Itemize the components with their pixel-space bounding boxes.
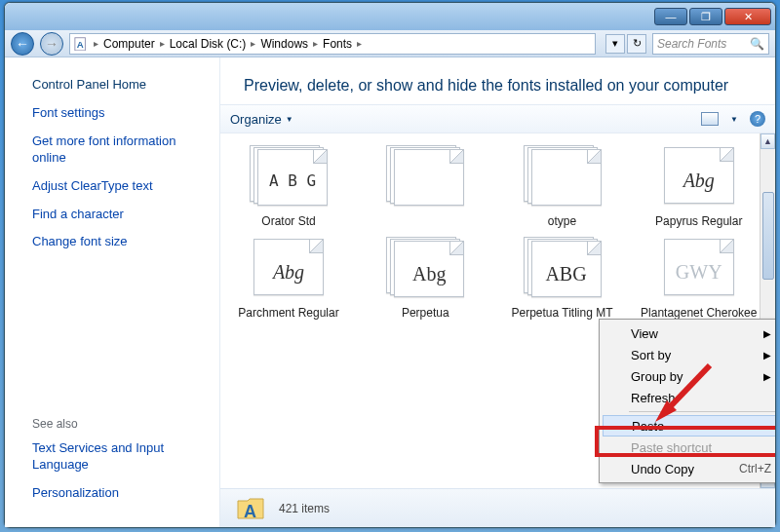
body: Control Panel Home Font settings Get mor… xyxy=(5,57,775,527)
svg-text:A: A xyxy=(244,502,256,521)
organize-button[interactable]: Organize ▼ xyxy=(230,112,293,127)
chevron-right-icon: ▶ xyxy=(763,350,771,361)
font-label: Orator Std xyxy=(261,215,315,229)
svg-text:A: A xyxy=(77,39,84,50)
chevron-right-icon: ▸ xyxy=(92,38,100,49)
main-pane: Preview, delete, or show and hide the fo… xyxy=(219,57,775,527)
ctx-sortby[interactable]: Sort by▶ xyxy=(602,344,775,365)
ctx-undo-shortcut: Ctrl+Z xyxy=(739,462,771,475)
sidebar-link-text-services[interactable]: Text Services and Input Language xyxy=(32,440,206,474)
sidebar-link-cleartype[interactable]: Adjust ClearType text xyxy=(32,178,206,195)
chevron-right-icon: ▶ xyxy=(763,328,771,339)
help-icon[interactable]: ? xyxy=(750,111,765,127)
font-label: Papyrus Regular xyxy=(655,215,742,229)
nav-area: ← → A ▸ Computer ▸ Local Disk (C:) ▸ Win… xyxy=(5,30,775,57)
address-bar[interactable]: A ▸ Computer ▸ Local Disk (C:) ▸ Windows… xyxy=(69,33,596,55)
back-button[interactable]: ← xyxy=(11,32,34,56)
addr-dropdown-button[interactable]: ▾ xyxy=(605,34,625,54)
font-grid: A B GOrator StdotypeAbgPapyrus RegularAb… xyxy=(226,143,769,333)
sidebar-link-more-info[interactable]: Get more font information online xyxy=(32,133,206,167)
ctx-undo-copy[interactable]: Undo CopyCtrl+Z xyxy=(602,458,775,479)
font-item[interactable]: AbgParchment Regular xyxy=(226,235,351,334)
status-count: 421 items xyxy=(279,502,330,515)
scroll-thumb[interactable] xyxy=(762,192,774,280)
search-placeholder: Search Fonts xyxy=(657,37,726,51)
font-item[interactable] xyxy=(363,143,488,229)
breadcrumb-computer[interactable]: Computer xyxy=(100,37,158,51)
explorer-window: — ❐ ✕ ← → A ▸ Computer ▸ Local Disk (C:)… xyxy=(4,2,776,528)
search-input[interactable]: Search Fonts 🔍 xyxy=(652,33,769,55)
fonts-folder-icon: A xyxy=(74,36,88,52)
sidebar-link-font-settings[interactable]: Font settings xyxy=(32,105,206,122)
chevron-down-icon: ▼ xyxy=(286,115,293,124)
chevron-right-icon: ▸ xyxy=(249,38,257,49)
folder-font-icon: A xyxy=(236,495,267,522)
breadcrumb-localdisk[interactable]: Local Disk (C:) xyxy=(167,37,250,51)
toolbar: Organize ▼ ▼ ? xyxy=(220,104,775,133)
sidebar-heading: Control Panel Home xyxy=(32,77,206,92)
titlebar: — ❐ ✕ xyxy=(5,3,775,30)
scroll-up-button[interactable]: ▲ xyxy=(760,133,775,149)
context-menu: View▶ Sort by▶ Group by▶ Refresh Paste P… xyxy=(599,319,775,483)
ctx-paste[interactable]: Paste xyxy=(603,415,775,437)
sidebar: Control Panel Home Font settings Get mor… xyxy=(5,57,219,527)
main-header: Preview, delete, or show and hide the fo… xyxy=(220,57,775,104)
font-item[interactable]: AbgPerpetua xyxy=(363,235,488,334)
forward-button[interactable]: → xyxy=(40,32,63,56)
font-item[interactable]: A B GOrator Std xyxy=(226,143,351,229)
font-label: otype xyxy=(548,215,576,229)
maximize-button[interactable]: ❐ xyxy=(689,8,722,25)
breadcrumb-fonts[interactable]: Fonts xyxy=(320,37,355,51)
refresh-button[interactable]: ↻ xyxy=(627,34,646,54)
ctx-paste-shortcut: Paste shortcut xyxy=(602,437,775,458)
content-area[interactable]: A B GOrator StdotypeAbgPapyrus RegularAb… xyxy=(220,133,775,488)
ctx-refresh[interactable]: Refresh xyxy=(602,387,775,408)
font-label: Perpetua xyxy=(402,307,449,321)
font-label: Perpetua Titling MT xyxy=(511,307,612,321)
ctx-separator xyxy=(629,411,775,412)
organize-label: Organize xyxy=(230,112,282,127)
chevron-down-icon[interactable]: ▼ xyxy=(730,115,738,124)
breadcrumb-windows[interactable]: Windows xyxy=(257,37,311,51)
chevron-right-icon: ▸ xyxy=(311,38,320,49)
sidebar-link-find-char[interactable]: Find a character xyxy=(32,207,206,223)
sidebar-link-change-size[interactable]: Change font size xyxy=(32,234,206,250)
view-selector[interactable] xyxy=(701,112,719,126)
close-button[interactable]: ✕ xyxy=(724,8,771,25)
status-bar: A 421 items xyxy=(220,488,775,527)
font-label: Parchment Regular xyxy=(238,307,338,321)
ctx-view[interactable]: View▶ xyxy=(602,323,775,344)
address-controls: ▾ ↻ xyxy=(605,34,646,54)
chevron-right-icon: ▶ xyxy=(763,371,771,382)
chevron-right-icon: ▸ xyxy=(158,38,167,49)
sidebar-link-personalization[interactable]: Personalization xyxy=(32,485,206,502)
font-item[interactable]: AbgPapyrus Regular xyxy=(637,143,761,229)
ctx-groupby[interactable]: Group by▶ xyxy=(602,365,775,387)
search-icon: 🔍 xyxy=(750,37,764,51)
sidebar-seealso-label: See also xyxy=(32,417,206,431)
chevron-right-icon: ▸ xyxy=(355,38,364,49)
font-item[interactable]: otype xyxy=(500,143,625,229)
minimize-button[interactable]: — xyxy=(654,8,687,25)
